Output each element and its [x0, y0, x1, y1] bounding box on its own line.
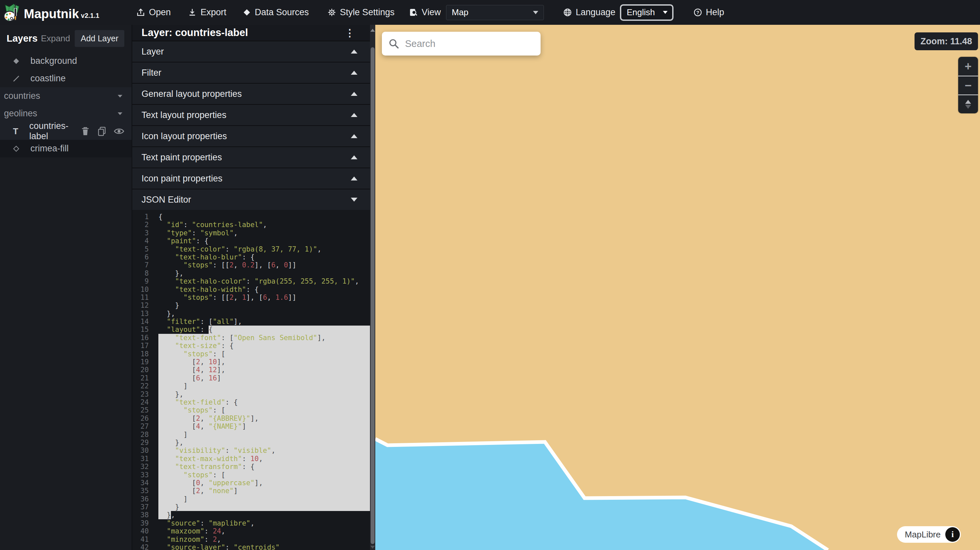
code-line: 20 [4, 12],: [132, 366, 370, 374]
section-layer[interactable]: Layer: [132, 41, 370, 62]
code-content: [0, "uppercase"],: [153, 479, 370, 487]
line-number: 2: [132, 221, 153, 229]
code-content: [6, 16]: [153, 374, 370, 382]
caret-down-icon[interactable]: [118, 95, 123, 97]
code-content: "source": "maplibre",: [153, 519, 370, 527]
layer-item-crimea-fill[interactable]: crimea-fill: [0, 140, 132, 157]
scroll-down-icon[interactable]: [370, 546, 375, 549]
language-menu: Language: [563, 7, 615, 17]
data-sources-icon: [242, 8, 251, 17]
zoom-out-button[interactable]: −: [958, 76, 978, 95]
expand-icon: [351, 134, 357, 138]
delete-icon[interactable]: [81, 126, 90, 136]
expand-icon: [351, 71, 357, 75]
layer-item-countries-label[interactable]: Tcountries-label: [0, 122, 132, 140]
search-input[interactable]: [405, 38, 534, 49]
line-number: 38: [132, 511, 153, 519]
duplicate-icon[interactable]: [97, 126, 107, 136]
layer-item-coastline[interactable]: coastline: [0, 70, 132, 87]
section-icon-paint-properties[interactable]: Icon paint properties: [132, 168, 370, 189]
help-button[interactable]: ? Help: [693, 7, 724, 17]
scroll-up-icon[interactable]: [370, 29, 375, 32]
code-content: "visibility": "visible",: [153, 447, 370, 455]
code-line: 26 [2, "{ABBREV}"],: [132, 415, 370, 423]
code-content: "type": "symbol",: [153, 229, 370, 237]
code-content: [2, "none"]: [153, 487, 370, 495]
code-content: [2, "{ABBREV}"],: [153, 415, 370, 423]
code-content: "source-layer": "centroids": [153, 544, 370, 550]
code-content: }: [153, 302, 370, 309]
layer-group-countries[interactable]: countries: [0, 87, 132, 105]
layer-item-background[interactable]: background: [0, 52, 132, 70]
basemap-svg: [375, 25, 980, 550]
editor-scrollbar[interactable]: [370, 25, 375, 550]
code-content: "filter": ["all"],: [153, 318, 370, 326]
caret-down-icon[interactable]: [118, 112, 123, 115]
code-content: },: [153, 269, 370, 277]
code-content: {: [153, 213, 370, 221]
section-icon-layout-properties[interactable]: Icon layout properties: [132, 125, 370, 146]
code-content: ]: [153, 382, 370, 390]
section-general-layout-properties[interactable]: General layout properties: [132, 83, 370, 104]
view-menu: View: [409, 7, 441, 17]
code-line: 2 "id": "countries-label",: [132, 221, 370, 229]
line-number: 16: [132, 334, 153, 342]
attribution-link[interactable]: MapLibre: [905, 529, 941, 540]
layer-actions: [81, 126, 124, 136]
view-select[interactable]: Map: [446, 5, 544, 20]
section-text-paint-properties[interactable]: Text paint properties: [132, 146, 370, 168]
add-layer-button[interactable]: Add Layer: [75, 30, 124, 47]
code-content: },: [153, 310, 370, 318]
line-number: 11: [132, 294, 153, 302]
code-line: 25 "stops": [: [132, 406, 370, 414]
kebab-menu-icon[interactable]: ⋮: [345, 27, 355, 39]
section-json-editor[interactable]: JSON Editor: [132, 189, 370, 210]
code-content: "text-halo-blur": {: [153, 253, 370, 261]
export-button[interactable]: Export: [188, 7, 226, 17]
line-number: 4: [132, 237, 153, 245]
pitch-down-icon: [965, 105, 971, 109]
visibility-icon[interactable]: [114, 127, 124, 135]
section-filter[interactable]: Filter: [132, 62, 370, 83]
code-line: 1{: [132, 213, 370, 221]
pitch-up-icon: [965, 100, 971, 104]
zoom-in-button[interactable]: +: [958, 57, 978, 76]
line-number: 7: [132, 261, 153, 269]
language-label: Language: [576, 7, 615, 17]
line-number: 29: [132, 439, 153, 447]
search-icon: [388, 38, 399, 49]
code-content: "stops": [[2, 1], [6, 1.6]]: [153, 294, 370, 302]
section-label: Icon paint properties: [142, 173, 223, 184]
scrollbar-thumb[interactable]: [371, 47, 375, 544]
section-label: Text layout properties: [142, 110, 226, 120]
map-canvas[interactable]: Zoom: 11.48 + − MapLibre i: [375, 25, 980, 550]
code-content: },: [153, 511, 370, 519]
language-select[interactable]: English: [620, 4, 673, 21]
pitch-reset-button[interactable]: [958, 95, 978, 113]
section-text-layout-properties[interactable]: Text layout properties: [132, 104, 370, 125]
code-line: 31 "text-max-width": 10,: [132, 455, 370, 463]
info-icon[interactable]: i: [945, 527, 960, 542]
code-line: 15 "layout": {: [132, 326, 370, 334]
code-line: 34 [0, "uppercase"],: [132, 479, 370, 487]
data-sources-button[interactable]: Data Sources: [242, 7, 309, 17]
app-title: Maputnik: [24, 8, 79, 22]
code-content: "text-halo-width": {: [153, 286, 370, 294]
layer-group-geolines[interactable]: geolines: [0, 105, 132, 122]
code-line: 14 "filter": ["all"],: [132, 318, 370, 326]
layer-list: backgroundcoastlinecountriesgeolinesTcou…: [0, 52, 132, 157]
code-line: 16 "text-font": ["Open Sans Semibold"],: [132, 334, 370, 342]
open-button[interactable]: Open: [136, 7, 170, 17]
code-line: 32 "text-transform": {: [132, 463, 370, 471]
expand-button[interactable]: Expand: [41, 33, 70, 44]
section-label: JSON Editor: [142, 195, 191, 205]
line-number: 24: [132, 398, 153, 406]
line-number: 20: [132, 366, 153, 374]
code-line: 12 }: [132, 302, 370, 309]
json-editor[interactable]: 1{2 "id": "countries-label",3 "type": "s…: [132, 210, 370, 550]
code-line: 40 "maxzoom": 24,: [132, 527, 370, 535]
globe-icon: [563, 8, 572, 17]
line-number: 17: [132, 342, 153, 350]
code-line: 7 "stops": [[2, 0.2], [6, 0]]: [132, 261, 370, 269]
style-settings-button[interactable]: Style Settings: [327, 7, 395, 17]
